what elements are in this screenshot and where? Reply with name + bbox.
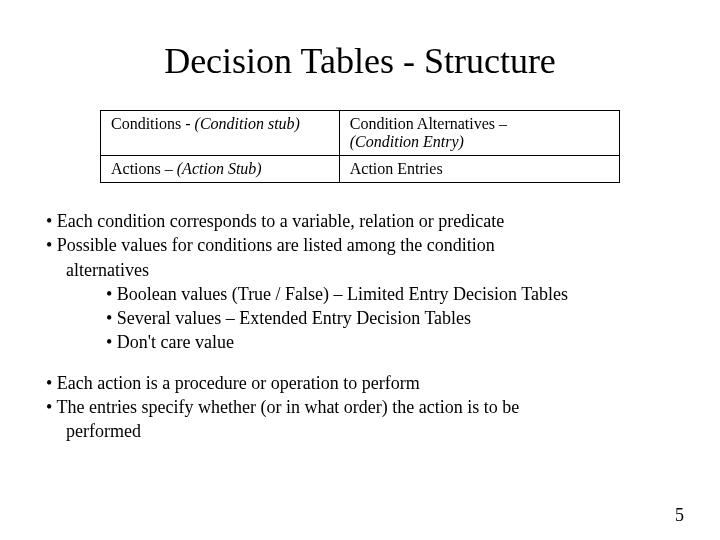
page-number: 5	[675, 505, 684, 526]
cell-text: Action Entries	[350, 160, 443, 177]
bullet-item-cont: performed	[46, 419, 680, 443]
cell-conditions-stub: Conditions - (Condition stub)	[101, 111, 340, 156]
cell-condition-alternatives: Condition Alternatives – (Condition Entr…	[339, 111, 619, 156]
cell-action-entries: Action Entries	[339, 156, 619, 183]
bullet-subitem: • Boolean values (True / False) – Limite…	[46, 282, 680, 306]
bullet-item: • Each action is a procedure or operatio…	[46, 371, 680, 395]
bullet-item: • Possible values for conditions are lis…	[46, 233, 680, 257]
bullet-subitem: • Don't care value	[46, 330, 680, 354]
structure-table: Conditions - (Condition stub) Condition …	[100, 110, 620, 183]
bullet-block-1: • Each condition corresponds to a variab…	[46, 209, 680, 444]
cell-text-italic: (Condition Entry)	[350, 133, 464, 150]
cell-text: Actions –	[111, 160, 177, 177]
bullet-item: • The entries specify whether (or in wha…	[46, 395, 680, 419]
cell-text-italic: (Condition stub)	[195, 115, 300, 132]
cell-actions-stub: Actions – (Action Stub)	[101, 156, 340, 183]
bullet-subitem: • Several values – Extended Entry Decisi…	[46, 306, 680, 330]
bullet-item-cont: alternatives	[46, 258, 680, 282]
table-row: Actions – (Action Stub) Action Entries	[101, 156, 620, 183]
cell-text: Conditions -	[111, 115, 195, 132]
table-row: Conditions - (Condition stub) Condition …	[101, 111, 620, 156]
bullet-item: • Each condition corresponds to a variab…	[46, 209, 680, 233]
cell-text: Condition Alternatives –	[350, 115, 507, 132]
cell-text-italic: (Action Stub)	[177, 160, 262, 177]
slide-title: Decision Tables - Structure	[40, 40, 680, 82]
